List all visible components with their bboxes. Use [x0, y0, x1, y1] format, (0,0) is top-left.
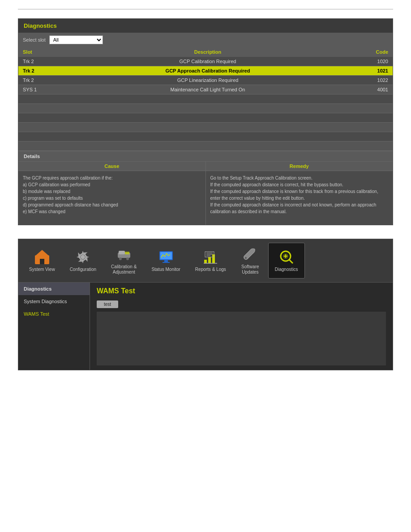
- table-row[interactable]: Trk 2 GCP Linearization Required 1022: [18, 76, 393, 85]
- test-content: [97, 312, 386, 365]
- svg-point-3: [81, 255, 85, 259]
- test-tab[interactable]: test: [97, 300, 118, 308]
- nav-system-view-label: System View: [29, 267, 55, 272]
- nav-reports-logs-label: Reports & Logs: [195, 267, 226, 272]
- nav-configuration-label: Configuration: [70, 267, 96, 272]
- panel1-toolbar: Select slot All Trk 1 Trk 2 SYS 1: [18, 33, 393, 47]
- svg-rect-15: [208, 257, 211, 263]
- gear-icon: [75, 249, 91, 265]
- cell-description: Maintenance Call Light Turned On: [81, 85, 335, 94]
- table-row-empty: [18, 132, 393, 142]
- svg-rect-2: [40, 259, 44, 264]
- nav-bar: System View Configuration: [18, 239, 393, 283]
- svg-marker-1: [35, 250, 49, 256]
- cell-code: 1021: [335, 66, 393, 76]
- svg-rect-6: [119, 251, 125, 254]
- diagnostics-icon: [278, 249, 295, 265]
- top-divider: [18, 9, 393, 9]
- sidebar-item-wams-test[interactable]: WAMS Test: [18, 308, 90, 320]
- cell-description: GCP Approach Calibration Required: [81, 66, 335, 76]
- sidebar-header: Diagnostics: [18, 283, 90, 295]
- cell-slot: Trk 2: [18, 66, 81, 76]
- table-header-row: Slot Description Code: [18, 47, 393, 57]
- nav-reports-logs[interactable]: Reports & Logs: [189, 243, 232, 279]
- test-tab-bar: test: [97, 300, 386, 308]
- nav-status-monitor[interactable]: Status Monitor: [145, 243, 186, 279]
- nav-system-view[interactable]: System View: [23, 243, 61, 279]
- slot-select[interactable]: All Trk 1 Trk 2 SYS 1: [49, 35, 103, 44]
- panel2: System View Configuration: [18, 239, 393, 370]
- cell-code: 4001: [335, 85, 393, 94]
- details-header: Details: [18, 151, 393, 161]
- cell-code: 1020: [335, 57, 393, 66]
- sidebar-item-wams-test-label: WAMS Test: [24, 311, 49, 317]
- cell-slot: Trk 2: [18, 76, 81, 85]
- nav-software-updates[interactable]: Software Updates: [235, 243, 266, 279]
- details-section: Details Cause The GCP requires approach …: [18, 151, 393, 225]
- svg-point-22: [245, 257, 247, 259]
- diagnostics-table: Slot Description Code Trk 2 GCP Calibrat…: [18, 47, 393, 151]
- test-tab-label: test: [104, 302, 111, 307]
- cause-header: Cause: [18, 162, 206, 171]
- nav-calibration-label: Calibration & Adjustment: [111, 264, 137, 275]
- panel1-header: Diagnostics: [18, 19, 393, 33]
- svg-point-8: [126, 257, 129, 260]
- cause-body: The GCP requires approach calibration if…: [18, 171, 206, 225]
- table-row-empty: [18, 113, 393, 123]
- details-columns: Cause The GCP requires approach calibrat…: [18, 161, 393, 225]
- cell-slot: Trk 2: [18, 57, 81, 66]
- cell-description: GCP Calibration Required: [81, 57, 335, 66]
- table-row-empty: [18, 94, 393, 104]
- diagnostics-panel: Diagnostics Select slot All Trk 1 Trk 2 …: [18, 18, 393, 225]
- cell-slot: SYS 1: [18, 85, 81, 94]
- svg-rect-14: [204, 260, 207, 263]
- table-row[interactable]: Trk 2 GCP Approach Calibration Required …: [18, 66, 393, 76]
- content-title: WAMS Test: [97, 287, 386, 295]
- monitor-icon: [158, 249, 174, 265]
- cell-description: GCP Linearization Required: [81, 76, 335, 85]
- col-description: Description: [81, 47, 335, 57]
- table-row[interactable]: SYS 1 Maintenance Call Light Turned On 4…: [18, 85, 393, 94]
- cause-col: Cause The GCP requires approach calibrat…: [18, 162, 206, 225]
- svg-rect-16: [212, 254, 215, 263]
- remedy-body: Go to the Setup Track Approach Calibrati…: [206, 171, 393, 225]
- content-area: WAMS Test test: [90, 283, 393, 370]
- main-content: Diagnostics System Diagnostics WAMS Test…: [18, 283, 393, 370]
- svg-line-24: [289, 260, 293, 263]
- col-code: Code: [335, 47, 393, 57]
- train-icon: [116, 246, 132, 262]
- table-row-empty: [18, 123, 393, 132]
- nav-diagnostics-label: Diagnostics: [275, 267, 298, 272]
- nav-configuration[interactable]: Configuration: [64, 243, 103, 279]
- sidebar: Diagnostics System Diagnostics WAMS Test: [18, 283, 90, 370]
- sidebar-item-system-diagnostics[interactable]: System Diagnostics: [18, 295, 90, 308]
- svg-rect-12: [164, 260, 168, 262]
- chart-icon: [202, 249, 218, 265]
- svg-point-7: [119, 257, 122, 260]
- panel1-title: Diagnostics: [24, 22, 57, 29]
- table-row-empty: [18, 142, 393, 151]
- house-icon: [34, 249, 50, 265]
- remedy-col: Remedy Go to the Setup Track Approach Ca…: [206, 162, 393, 225]
- table-row[interactable]: Trk 2 GCP Calibration Required 1020: [18, 57, 393, 66]
- table-row-empty: [18, 104, 393, 113]
- svg-rect-9: [125, 252, 129, 254]
- remedy-header: Remedy: [206, 162, 393, 171]
- nav-calibration[interactable]: Calibration & Adjustment: [105, 243, 143, 279]
- nav-status-monitor-label: Status Monitor: [151, 267, 180, 272]
- wrench-icon: [242, 246, 258, 262]
- svg-rect-13: [163, 262, 170, 263]
- nav-diagnostics[interactable]: Diagnostics: [268, 243, 305, 279]
- cell-code: 1022: [335, 76, 393, 85]
- sidebar-header-label: Diagnostics: [24, 286, 51, 292]
- sidebar-item-system-diagnostics-label: System Diagnostics: [24, 299, 67, 304]
- select-slot-label: Select slot: [23, 37, 46, 43]
- col-slot: Slot: [18, 47, 81, 57]
- nav-software-updates-label: Software Updates: [241, 264, 259, 275]
